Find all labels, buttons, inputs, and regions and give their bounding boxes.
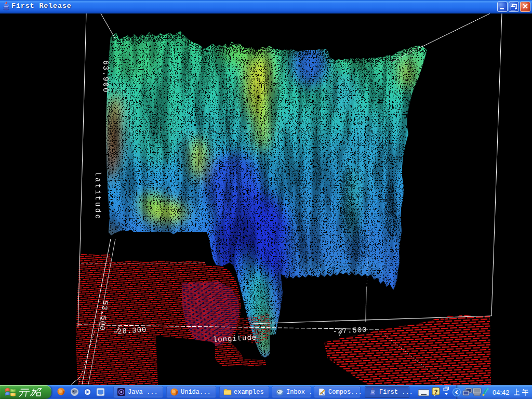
svg-text:63.900: 63.900 <box>101 60 110 94</box>
svg-text:-27.500: -27.500 <box>332 326 367 336</box>
svg-text:?: ? <box>434 389 438 395</box>
svg-text:latitude: latitude <box>94 171 102 220</box>
svg-text:longitude: longitude <box>212 334 257 344</box>
